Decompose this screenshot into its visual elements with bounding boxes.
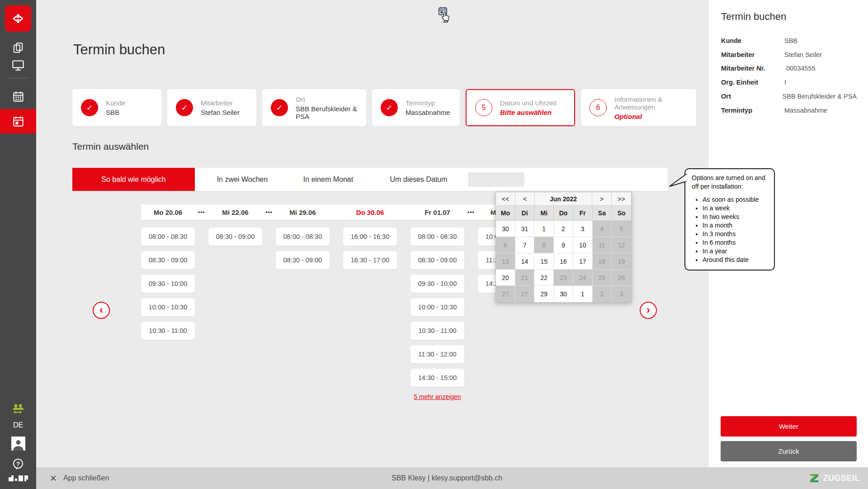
time-slot[interactable]: 10:30 - 11:00 (141, 322, 195, 340)
time-slot[interactable]: 08:00 - 08:30 (410, 228, 464, 246)
tooltip-item: In a month (703, 221, 769, 230)
summary-label: Ort (721, 93, 783, 100)
next-days-button[interactable]: › (640, 302, 657, 319)
time-slot[interactable]: 08:30 - 09:00 (208, 228, 262, 246)
calendar-day: 18 (593, 253, 612, 270)
date-picker-trigger[interactable] (438, 6, 448, 19)
calendar-day[interactable]: 7 (515, 237, 535, 253)
tab-so-bald-wie-moeglich[interactable]: So bald wie möglich (72, 168, 195, 191)
brand-name: ZUGSEIL (823, 474, 860, 483)
calendar-day[interactable]: 20 (496, 270, 515, 286)
blocks-logo-icon[interactable] (0, 473, 36, 483)
calendar-day: 27 (515, 286, 535, 302)
weekday-label: So (612, 206, 631, 221)
weekday-label: Di (515, 206, 535, 221)
close-app-button[interactable]: ✕ App schließen (50, 467, 109, 489)
step-termintyp[interactable]: ✓ Termintyp Massabnahme (372, 89, 460, 126)
calendar-day[interactable]: 30 (496, 221, 515, 237)
page-title: Termin buchen (73, 42, 165, 58)
section-title: Termin auswählen (72, 141, 149, 152)
time-slot[interactable]: 09:30 - 10:00 (141, 275, 195, 293)
slot-column-mi-2206: 08:30 - 09:00 (208, 228, 262, 251)
step-value: SBB Berufskleider & PSA (296, 105, 366, 120)
step-ort[interactable]: ✓ Ort SBB Berufskleider & PSA (262, 89, 366, 126)
copy-pages-icon[interactable] (0, 42, 36, 53)
show-more-link[interactable]: 5 mehr anzeigen (410, 393, 464, 400)
calendar-day: 13 (496, 253, 515, 270)
time-slot[interactable]: 08:30 - 09:00 (410, 251, 464, 269)
calendar-day[interactable]: 10 (573, 237, 593, 253)
calendar-day[interactable]: 30 (554, 286, 573, 302)
sidebar-item-booking-active[interactable] (0, 109, 36, 133)
check-icon: ✓ (381, 99, 398, 116)
svg-text:?: ? (16, 461, 20, 467)
calendar-prev-year-button[interactable]: << (496, 192, 515, 206)
calendar-day[interactable]: 29 (534, 286, 554, 302)
calendar-day[interactable]: 1 (534, 221, 554, 237)
calendar-day[interactable]: 9 (554, 237, 573, 253)
day-header: Mi 29.06 (276, 209, 330, 216)
step-informationen[interactable]: 6 Informationen & Anweisungen Optional (581, 89, 696, 126)
time-slot[interactable]: 16:00 - 16:30 (343, 228, 397, 246)
time-slot[interactable]: 08:30 - 09:00 (141, 251, 195, 269)
monitor-icon[interactable] (0, 60, 36, 71)
tooltip-list: As soon as possible In a week In two wee… (692, 195, 769, 264)
footer-bar: ✕ App schließen SBB Klesy | klesy.suppor… (36, 467, 868, 489)
tab-um-dieses-datum[interactable]: Um dieses Datum (367, 168, 471, 191)
time-slot[interactable]: 08:00 - 08:30 (141, 228, 195, 246)
step-label: Datum und Uhrzeit (500, 99, 557, 107)
calendar-day: 23 (554, 270, 573, 286)
user-switch-icon[interactable] (0, 403, 36, 416)
time-slot[interactable]: 14:30 - 15:00 (410, 369, 464, 387)
language-selector[interactable]: DE (0, 421, 36, 429)
slot-column-mo-2006: 08:00 - 08:30 08:30 - 09:00 09:30 - 10:0… (141, 228, 195, 345)
calendar-day[interactable]: 2 (554, 221, 573, 237)
time-option-tabs: So bald wie möglich In zwei Wochen In ei… (72, 168, 668, 191)
time-slot[interactable]: 10:00 - 10:30 (141, 298, 195, 316)
day-header-row: Mo 20.06 ••• Mi 22.06 ••• Mi 29.06 Do 30… (141, 204, 533, 220)
time-slot[interactable]: 16:30 - 17:00 (343, 251, 397, 269)
calendar-day[interactable]: 16 (554, 253, 573, 270)
time-slot[interactable]: 10:00 - 10:30 (410, 298, 464, 316)
sidebar-divider (6, 78, 30, 78)
calendar-overview-icon[interactable] (0, 90, 36, 103)
summary-label: Kunde (721, 37, 784, 44)
tab-in-einem-monat[interactable]: In einem Monat (285, 168, 371, 191)
step-mitarbeiter[interactable]: ✓ Mitarbeiter Stefan Seiler (167, 89, 256, 126)
calendar-day[interactable]: 14 (515, 253, 535, 270)
tooltip-item: In 3 months (703, 230, 769, 238)
time-slot[interactable]: 09:30 - 10:00 (410, 275, 464, 293)
check-icon: ✓ (176, 99, 193, 116)
calendar-day[interactable]: 15 (534, 253, 554, 270)
calendar-next-year-button[interactable]: >> (612, 192, 631, 206)
calendar-day: 8 (534, 237, 554, 253)
step-kunde[interactable]: ✓ Kunde SBB (72, 89, 161, 126)
avatar[interactable] (11, 437, 25, 451)
time-slot[interactable]: 08:30 - 09:00 (276, 251, 330, 269)
calendar-prev-month-button[interactable]: < (515, 192, 535, 206)
prev-days-button[interactable]: ‹ (93, 302, 110, 319)
weiter-button[interactable]: Weiter (721, 416, 857, 437)
tab-in-zwei-wochen[interactable]: In zwei Wochen (199, 168, 285, 191)
sbb-logo[interactable] (5, 5, 31, 32)
zurueck-button[interactable]: Zurück (721, 441, 857, 461)
time-slot[interactable]: 11:30 - 12:00 (410, 345, 464, 363)
slot-column-mi-2906: 08:00 - 08:30 08:30 - 09:00 (276, 228, 330, 275)
step-datum-uhrzeit[interactable]: 5 Datum und Uhrzeit Bitte auswählen (466, 89, 575, 126)
summary-value: Massabnahme (784, 107, 827, 114)
tooltip-title: Options are turned on and off per instal… (692, 174, 769, 191)
date-input[interactable] (468, 172, 524, 187)
time-slot[interactable]: 10:30 - 11:00 (410, 322, 464, 340)
help-icon[interactable]: ? (0, 458, 36, 470)
calendar-day[interactable]: 17 (573, 253, 593, 270)
skipped-days-dots: ••• (195, 209, 208, 215)
step-label: Termintyp (406, 99, 450, 107)
calendar-day[interactable]: 31 (515, 221, 535, 237)
calendar-next-month-button[interactable]: > (592, 192, 612, 206)
calendar-day[interactable]: 3 (573, 221, 593, 237)
calendar-day[interactable]: 1 (573, 286, 593, 302)
calendar-day[interactable]: 22 (534, 270, 554, 286)
tooltip-pointer (669, 174, 687, 190)
step-value: Optional (614, 113, 696, 120)
time-slot[interactable]: 08:00 - 08:30 (276, 228, 330, 246)
